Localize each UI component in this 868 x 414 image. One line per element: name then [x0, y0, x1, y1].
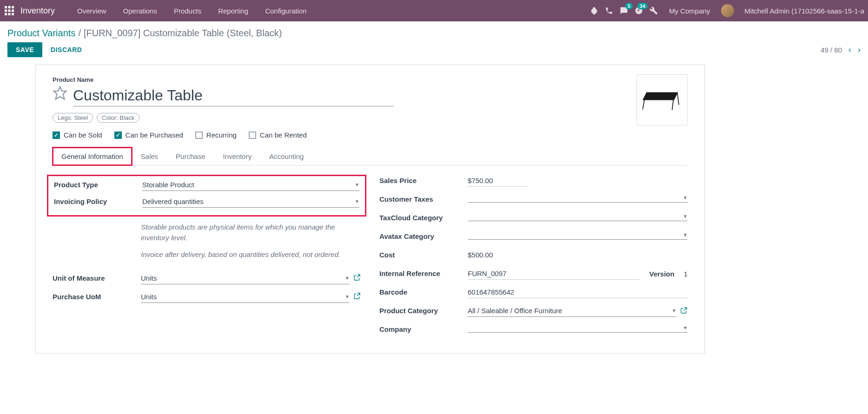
breadcrumb-row: Product Variants / [FURN_0097] Customiza…	[0, 21, 868, 42]
barcode-input[interactable]	[468, 286, 688, 298]
checkbox-row: Can be Sold Can be Purchased Recurring C…	[53, 131, 688, 139]
sales-price-label: Sales Price	[379, 175, 468, 184]
bug-icon[interactable]	[590, 7, 598, 15]
form-grid: Product Type Storable Product ▼ Invoicin…	[53, 175, 688, 342]
purchase-uom-external-link-icon[interactable]	[353, 292, 361, 301]
nav-products[interactable]: Products	[166, 0, 210, 21]
tools-icon[interactable]	[649, 7, 658, 15]
customer-taxes-select[interactable]: ▼	[468, 193, 688, 203]
checkbox-recurring[interactable]: Recurring	[195, 131, 237, 139]
invoicing-policy-select[interactable]: Delivered quantities ▼	[142, 196, 359, 208]
tags-row: Legs: Steel Color: Black	[53, 113, 688, 123]
uom-select[interactable]: Units ▼	[141, 272, 350, 284]
internal-ref-input[interactable]	[468, 268, 640, 280]
taxcloud-label: TaxCloud Category	[379, 212, 468, 222]
category-label: Product Category	[379, 305, 468, 315]
product-type-help: Storable products are physical items for…	[141, 222, 361, 243]
tab-sales[interactable]: Sales	[132, 147, 167, 165]
company-select[interactable]: ▼	[468, 323, 688, 333]
cost-label: Cost	[379, 249, 468, 259]
svg-rect-2	[12, 6, 14, 8]
checkbox-can-be-purchased[interactable]: Can be Purchased	[114, 131, 183, 139]
caret-down-icon: ▼	[355, 199, 359, 204]
tab-accounting[interactable]: Accounting	[260, 147, 312, 165]
cost-value: $500.00	[468, 249, 493, 261]
product-name-input[interactable]	[73, 85, 394, 106]
form-sheet: Product Name Legs: Steel Color: Black Ca…	[35, 65, 705, 354]
brand[interactable]: Inventory	[20, 6, 55, 16]
caret-down-icon: ▼	[355, 182, 359, 187]
nav-operations[interactable]: Operations	[115, 0, 166, 21]
tab-purchase[interactable]: Purchase	[167, 147, 214, 165]
avatar[interactable]	[721, 4, 734, 17]
activity-badge: 34	[637, 3, 648, 9]
messages-badge: 5	[625, 3, 633, 9]
check-icon	[249, 131, 256, 139]
svg-rect-5	[12, 10, 14, 12]
discard-button[interactable]: DISCARD	[51, 46, 82, 53]
product-type-label: Product Type	[54, 179, 142, 189]
apps-icon[interactable]	[4, 5, 15, 16]
form-col-left: Product Type Storable Product ▼ Invoicin…	[53, 175, 361, 342]
breadcrumb-parent[interactable]: Product Variants	[7, 28, 75, 39]
category-select[interactable]: All / Saleable / Office Furniture ▼	[468, 305, 676, 317]
invoicing-policy-label: Invoicing Policy	[54, 196, 142, 205]
caret-down-icon: ▼	[672, 308, 676, 313]
user-name[interactable]: Mitchell Admin (17102566-saas-15-1-a	[744, 7, 864, 15]
uom-external-link-icon[interactable]	[353, 274, 361, 283]
avatax-label: Avatax Category	[379, 230, 468, 240]
category-external-link-icon[interactable]	[680, 307, 688, 315]
highlight-box: Product Type Storable Product ▼ Invoicin…	[47, 175, 366, 217]
company-name[interactable]: My Company	[669, 7, 710, 15]
svg-marker-9	[643, 92, 678, 100]
sales-price-input[interactable]	[468, 175, 528, 187]
checkbox-can-be-rented[interactable]: Can be Rented	[249, 131, 307, 139]
svg-rect-4	[8, 10, 11, 12]
taxcloud-select[interactable]: ▼	[468, 212, 688, 221]
pager-prev[interactable]: ‹	[848, 45, 851, 55]
caret-down-icon: ▼	[345, 294, 350, 299]
nav-right: 5 34 My Company Mitchell Admin (17102566…	[590, 4, 864, 17]
nav-overview[interactable]: Overview	[69, 0, 115, 21]
product-image[interactable]	[636, 74, 688, 125]
top-nav: Inventory Overview Operations Products R…	[0, 0, 868, 21]
svg-rect-7	[8, 13, 11, 15]
checkbox-can-be-sold[interactable]: Can be Sold	[53, 131, 102, 139]
svg-rect-1	[8, 6, 11, 8]
breadcrumb-sep: /	[78, 28, 81, 39]
avatax-select[interactable]: ▼	[468, 230, 688, 240]
purchase-uom-select[interactable]: Units ▼	[141, 291, 350, 303]
product-type-select[interactable]: Storable Product ▼	[142, 179, 359, 191]
caret-down-icon: ▼	[683, 195, 688, 200]
product-name-label: Product Name	[53, 76, 688, 83]
caret-down-icon: ▼	[683, 325, 688, 330]
caret-down-icon: ▼	[683, 214, 688, 219]
nav-items: Overview Operations Products Reporting C…	[69, 0, 590, 21]
version-value: 1	[684, 268, 688, 280]
favorite-star-icon[interactable]	[53, 85, 67, 102]
invoicing-policy-help: Invoice after delivery, based on quantit…	[141, 250, 361, 260]
action-left: SAVE DISCARD	[7, 42, 82, 57]
nav-reporting[interactable]: Reporting	[210, 0, 257, 21]
pager-next[interactable]: ›	[858, 45, 861, 55]
action-row: SAVE DISCARD 49 / 80 ‹ ›	[0, 42, 868, 65]
svg-line-11	[672, 99, 673, 110]
activity-icon[interactable]: 34	[635, 7, 643, 15]
messages-icon[interactable]: 5	[620, 7, 628, 15]
tab-general-information[interactable]: General Information	[53, 147, 132, 165]
svg-rect-3	[5, 10, 7, 12]
tag-color[interactable]: Color: Black	[97, 113, 139, 123]
check-icon	[53, 131, 60, 139]
internal-ref-label: Internal Reference	[379, 268, 468, 277]
company-label: Company	[379, 323, 468, 333]
tag-legs[interactable]: Legs: Steel	[53, 113, 93, 123]
tab-inventory[interactable]: Inventory	[214, 147, 260, 165]
svg-rect-6	[5, 13, 7, 15]
uom-label: Unit of Measure	[53, 272, 141, 282]
check-icon	[195, 131, 203, 139]
nav-configuration[interactable]: Configuration	[257, 0, 315, 21]
tabs: General Information Sales Purchase Inven…	[53, 147, 688, 165]
phone-icon[interactable]	[605, 7, 613, 15]
breadcrumb: Product Variants / [FURN_0097] Customiza…	[7, 28, 282, 39]
save-button[interactable]: SAVE	[7, 42, 42, 57]
